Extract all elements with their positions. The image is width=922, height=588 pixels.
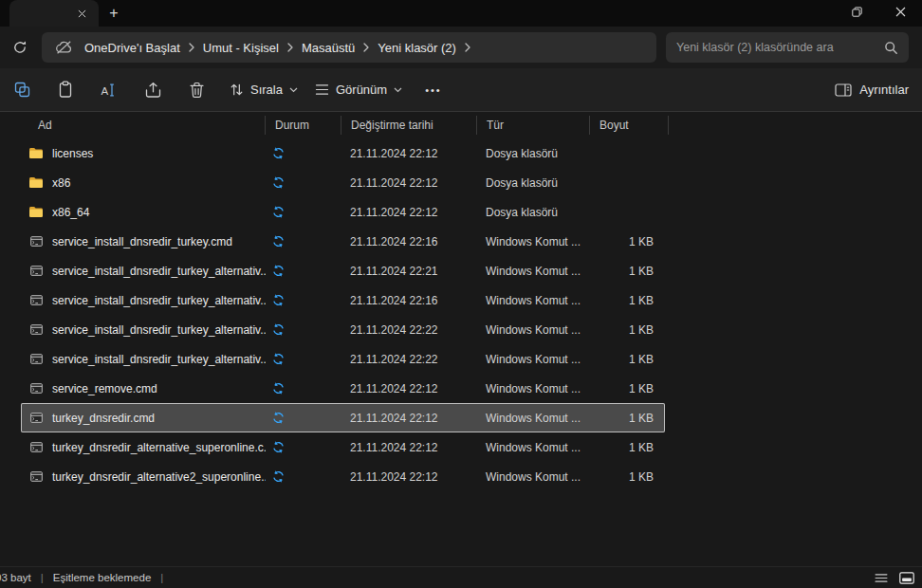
file-modified-date: 21.11.2024 22:16 <box>341 235 477 248</box>
column-header-label: Ad <box>38 119 52 132</box>
column-header-name[interactable]: Ad <box>21 116 266 135</box>
large-icons-view-button[interactable] <box>896 569 917 586</box>
file-type: Windows Komut ... <box>477 441 590 454</box>
file-name-cell: service_install_dnsredir_turkey.cmd <box>21 235 266 248</box>
search-icon <box>884 41 898 55</box>
file-name-cell: turkey_dnsredir_alternative_superonline.… <box>21 441 266 454</box>
sync-status-cell <box>266 146 341 160</box>
command-bar: A Sırala Görünüm ••• <box>0 68 922 112</box>
onedrive-offline-icon <box>55 41 73 54</box>
column-header-status[interactable]: Durum <box>266 116 341 135</box>
file-list: licenses21.11.2024 22:12Dosya klasörüx86… <box>0 138 922 491</box>
file-row[interactable]: turkey_dnsredir_alternative_superonline.… <box>21 432 665 462</box>
file-size: 1 KB <box>590 470 665 484</box>
status-bar: 03 bayt | Eşitleme beklemede | <box>0 566 922 588</box>
folder-icon <box>28 176 44 189</box>
column-header-label: Değiştirme tarihi <box>351 119 433 132</box>
cmd-file-icon <box>28 441 44 453</box>
file-name: x86 <box>52 176 70 190</box>
view-button[interactable]: Görünüm <box>315 83 402 97</box>
file-modified-date: 21.11.2024 22:22 <box>341 353 477 366</box>
column-header-type[interactable]: Tür <box>477 116 590 135</box>
sync-pending-icon <box>271 175 286 190</box>
file-row[interactable]: x86_6421.11.2024 22:12Dosya klasörü <box>21 197 665 227</box>
view-label: Görünüm <box>336 83 387 97</box>
details-pane-icon <box>835 83 852 97</box>
share-button[interactable] <box>137 74 169 106</box>
explorer-tab[interactable] <box>9 0 99 27</box>
sync-pending-icon <box>271 234 286 248</box>
file-name-cell: service_install_dnsredir_turkey_alternat… <box>21 265 266 278</box>
delete-button[interactable] <box>180 74 212 106</box>
file-name: service_install_dnsredir_turkey_alternat… <box>52 323 266 337</box>
breadcrumb-item-4[interactable]: Yeni klasör (2) <box>372 38 462 58</box>
file-type: Windows Komut ... <box>477 382 590 395</box>
restore-window-button[interactable] <box>835 0 878 23</box>
column-header-modified[interactable]: Değiştirme tarihi <box>341 116 477 135</box>
file-size: 1 KB <box>590 235 665 248</box>
file-row[interactable]: licenses21.11.2024 22:12Dosya klasörü <box>21 138 665 168</box>
sync-pending-text: Eşitleme beklemede <box>53 572 152 583</box>
sync-pending-icon <box>271 381 286 395</box>
breadcrumb-chevron-icon <box>464 43 471 52</box>
file-type: Windows Komut ... <box>477 235 590 248</box>
details-view-button[interactable] <box>871 569 892 586</box>
file-name: service_install_dnsredir_turkey_alternat… <box>52 265 266 278</box>
file-row[interactable]: service_install_dnsredir_turkey_alternat… <box>21 344 665 374</box>
file-row[interactable]: turkey_dnsredir_alternative2_superonline… <box>21 462 665 491</box>
file-name: service_install_dnsredir_turkey_alternat… <box>52 294 266 307</box>
file-row[interactable]: service_remove.cmd21.11.2024 22:12Window… <box>21 374 665 403</box>
paste-button[interactable] <box>49 74 82 106</box>
file-name-cell: service_remove.cmd <box>21 382 266 395</box>
close-window-button[interactable] <box>878 0 922 23</box>
sync-status-cell <box>266 175 341 190</box>
file-row[interactable]: x8621.11.2024 22:12Dosya klasörü <box>21 168 665 197</box>
rename-button[interactable]: A <box>93 74 125 106</box>
sync-pending-icon <box>271 352 286 366</box>
cmd-file-icon <box>28 323 44 336</box>
sync-pending-icon <box>271 322 286 337</box>
breadcrumb-item-1[interactable]: OneDrive'ı Başlat <box>79 38 186 58</box>
search-input[interactable]: Yeni klasör (2) klasöründe ara <box>666 32 909 63</box>
status-divider: | <box>160 572 163 583</box>
file-row[interactable]: service_install_dnsredir_turkey_alternat… <box>21 315 665 344</box>
file-name-cell: x86 <box>21 176 266 190</box>
file-row[interactable]: service_install_dnsredir_turkey_alternat… <box>21 256 665 285</box>
sync-pending-icon <box>271 205 286 219</box>
new-tab-button[interactable]: + <box>102 2 125 25</box>
file-name-cell: service_install_dnsredir_turkey_alternat… <box>21 353 266 366</box>
sync-status-cell <box>266 352 341 366</box>
details-pane-button[interactable]: Ayrıntılar <box>835 83 909 97</box>
file-size: 1 KB <box>590 382 665 395</box>
copy-button[interactable] <box>6 74 38 106</box>
file-type: Dosya klasörü <box>477 176 590 190</box>
file-row[interactable]: service_install_dnsredir_turkey.cmd21.11… <box>21 227 665 256</box>
breadcrumb-item-3[interactable]: Masaüstü <box>296 38 360 58</box>
file-type: Windows Komut ... <box>477 470 590 484</box>
file-row[interactable]: turkey_dnsredir.cmd21.11.2024 22:12Windo… <box>21 403 665 432</box>
breadcrumb: OneDrive'ı BaşlatUmut - KişiselMasaüstüY… <box>42 32 656 63</box>
column-header-size[interactable]: Boyut <box>590 116 669 135</box>
sort-button[interactable]: Sırala <box>230 83 298 97</box>
file-name-cell: turkey_dnsredir.cmd <box>21 412 266 425</box>
more-options-button[interactable]: ••• <box>425 84 442 96</box>
breadcrumb-items: OneDrive'ı BaşlatUmut - KişiselMasaüstüY… <box>79 38 473 58</box>
column-headers: Ad Durum Değiştirme tarihi Tür Boyut <box>21 112 669 138</box>
file-name: service_remove.cmd <box>52 382 157 395</box>
file-modified-date: 21.11.2024 22:12 <box>341 441 477 454</box>
file-modified-date: 21.11.2024 22:12 <box>341 147 477 160</box>
file-name-cell: turkey_dnsredir_alternative2_superonline… <box>21 470 266 484</box>
file-size: 1 KB <box>590 265 665 278</box>
file-row[interactable]: service_install_dnsredir_turkey_alternat… <box>21 285 665 315</box>
folder-icon <box>28 147 44 159</box>
sync-pending-icon <box>271 440 286 454</box>
file-size: 1 KB <box>590 294 665 307</box>
status-divider: | <box>41 572 44 583</box>
refresh-button[interactable] <box>7 34 33 61</box>
file-type: Windows Komut ... <box>477 412 590 425</box>
tab-close-icon[interactable] <box>74 6 89 21</box>
file-modified-date: 21.11.2024 22:12 <box>341 382 477 395</box>
sync-status-cell <box>266 469 341 484</box>
breadcrumb-item-2[interactable]: Umut - Kişisel <box>197 38 285 58</box>
sync-status-cell <box>266 440 341 454</box>
